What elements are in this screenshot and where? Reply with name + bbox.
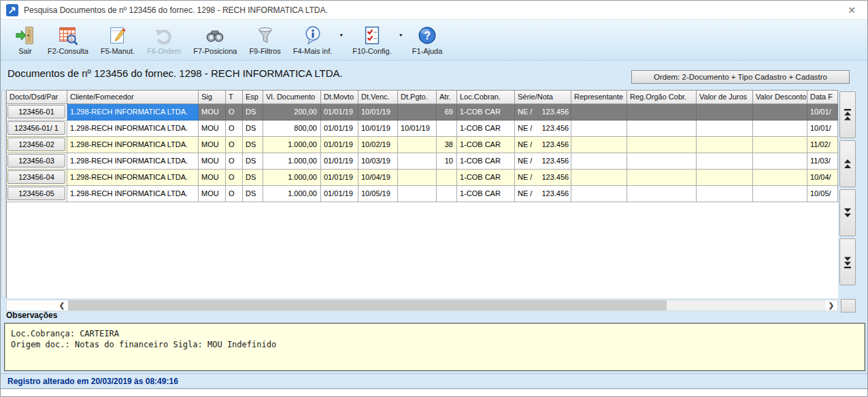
order-button[interactable]: Ordem: 2-Documento + Tipo Cadastro + Cad… — [631, 70, 850, 84]
cell-loc: 1-COB CAR — [457, 137, 515, 153]
row-header-cell[interactable]: 123456-01/ 1 — [7, 121, 67, 137]
cell-representante — [571, 104, 627, 121]
row-header-cell[interactable]: 123456-03 — [7, 153, 67, 170]
cell-atr: 38 — [437, 137, 457, 153]
column-header[interactable]: Valor Desconto — [753, 91, 807, 104]
column-header[interactable]: Data F — [807, 91, 838, 104]
cell-atr: 69 — [437, 104, 457, 121]
horizontal-scrollbar[interactable]: ❮ ❯ — [6, 300, 838, 311]
toolbar-sair-button[interactable]: Sair — [9, 23, 41, 57]
scroll-left-icon[interactable]: ❮ — [56, 300, 68, 311]
cell-pgto — [398, 186, 437, 202]
cell-reg — [627, 186, 697, 202]
scroll-right-icon[interactable]: ❯ — [825, 300, 837, 311]
column-header[interactable]: Série/Nota — [515, 91, 571, 104]
toolbar-f1-ajuda-button[interactable]: ?F1-Ajuda — [406, 23, 449, 57]
cell-vl: 1.000,00 — [263, 170, 321, 186]
cell-pgto: 10/01/19 — [398, 121, 437, 137]
go-first-button[interactable] — [839, 91, 856, 138]
table-header-row: Docto/Dsd/ParCliente/FornecedorSigTEspVl… — [7, 91, 838, 104]
column-header[interactable]: Vl. Documento — [263, 91, 321, 104]
toolbar-f5-manut-label: F5-Manut. — [101, 47, 135, 55]
go-last-button[interactable] — [839, 238, 856, 285]
cell-cliente: 1.298-RECH INFORMATICA LTDA. — [67, 153, 199, 170]
column-header[interactable]: Dt.Pgto. — [398, 91, 437, 104]
cell-t: O — [226, 153, 243, 170]
cell-desconto — [753, 153, 807, 170]
column-header[interactable]: Esp — [243, 91, 263, 104]
toolbar-f9-filtros-button[interactable]: F9-Filtros — [243, 23, 286, 57]
cell-cliente: 1.298-RECH INFORMATICA LTDA. — [67, 170, 199, 186]
column-header[interactable]: Dt.Venc. — [358, 91, 398, 104]
cell-loc: 1-COB CAR — [457, 121, 515, 137]
cell-esp: DS — [243, 153, 263, 170]
page-up-button[interactable] — [839, 140, 856, 187]
toolbar-f7-posiciona-button[interactable]: F7-Posiciona — [187, 23, 243, 57]
column-header[interactable]: T — [226, 91, 243, 104]
cell-venc: 10/04/19 — [358, 170, 398, 186]
cell-movto: 01/01/19 — [321, 137, 358, 153]
toolbar: SairF2-ConsultaF5-Manut.F6-OrdemF7-Posic… — [1, 20, 867, 61]
table-row[interactable]: 123456-011.298-RECH INFORMATICA LTDA.MOU… — [7, 104, 838, 121]
close-icon[interactable]: ✕ — [841, 5, 862, 16]
cell-t: O — [226, 137, 243, 153]
hscroll-thumb[interactable] — [68, 300, 667, 311]
cell-dataf: 10/05/ — [807, 186, 838, 202]
f4-mais-inf-dropdown-arrow-icon[interactable]: ▼ — [339, 33, 344, 37]
toolbar-f4-mais-inf-button[interactable]: F4-Mais inf. — [287, 23, 338, 57]
column-header[interactable]: Sig — [199, 91, 226, 104]
table-row[interactable]: 123456-041.298-RECH INFORMATICA LTDA.MOU… — [7, 170, 838, 186]
cell-venc: 10/03/19 — [358, 153, 398, 170]
column-header[interactable]: Valor de Juros — [697, 91, 753, 104]
cell-reg — [627, 153, 697, 170]
observacoes-line: Loc.Cobrança: CARTEIRA — [11, 328, 858, 339]
cell-sig: MOU — [199, 137, 226, 153]
cell-movto: 01/01/19 — [321, 186, 358, 202]
cell-desconto — [753, 104, 807, 121]
binoculars-icon — [205, 25, 225, 46]
exit-door-icon — [15, 25, 35, 46]
observacoes-textarea[interactable]: Loc.Cobrança: CARTEIRA Origem doc.: Nota… — [4, 323, 865, 371]
table-row[interactable]: 123456-01/ 11.298-RECH INFORMATICA LTDA.… — [7, 121, 838, 137]
column-header[interactable]: Atr. — [437, 91, 457, 104]
docto-label: 123456-01 — [7, 105, 65, 118]
row-header-cell[interactable]: 123456-05 — [7, 186, 67, 202]
f10-config-dropdown-arrow-icon[interactable]: ▼ — [399, 33, 403, 37]
docto-label: 123456-03 — [7, 154, 65, 168]
table-row[interactable]: 123456-021.298-RECH INFORMATICA LTDA.MOU… — [7, 137, 838, 153]
cell-desconto — [753, 137, 807, 153]
grid-nav-column — [839, 91, 856, 285]
toolbar-f2-consulta-button[interactable]: F2-Consulta — [41, 23, 95, 57]
toolbar-f10-config-label: F10-Config. — [352, 47, 391, 55]
cell-pgto — [398, 170, 437, 186]
cell-juros — [697, 121, 753, 137]
column-header[interactable]: Representante — [571, 91, 627, 104]
toolbar-f5-manut-button[interactable]: F5-Manut. — [95, 23, 141, 57]
row-header-cell[interactable]: 123456-01 — [7, 104, 67, 121]
row-header-cell[interactable]: 123456-04 — [7, 170, 67, 186]
column-header[interactable]: Loc.Cobran. — [457, 91, 515, 104]
hscroll-corner-button[interactable] — [841, 299, 856, 313]
page-down-button[interactable] — [839, 189, 856, 236]
column-header[interactable]: Dt.Movto — [321, 91, 358, 104]
cell-desconto — [753, 121, 807, 137]
toolbar-f10-config-button[interactable]: F10-Config. — [346, 23, 397, 57]
cell-atr — [437, 121, 457, 137]
row-header-cell[interactable]: 123456-02 — [7, 137, 67, 153]
toolbar-f6-ordem-button: F6-Ordem — [141, 23, 187, 57]
cell-esp: DS — [243, 186, 263, 202]
cell-representante — [571, 186, 627, 202]
table-row[interactable]: 123456-051.298-RECH INFORMATICA LTDA.MOU… — [7, 186, 838, 202]
cell-serie: NE /123.456 — [515, 186, 571, 202]
cell-sig: MOU — [199, 170, 226, 186]
column-header[interactable]: Docto/Dsd/Par — [7, 91, 67, 104]
hscroll-track[interactable] — [667, 300, 825, 311]
column-header[interactable]: Cliente/Fornecedor — [67, 91, 199, 104]
table-row[interactable]: 123456-031.298-RECH INFORMATICA LTDA.MOU… — [7, 153, 838, 170]
cell-t: O — [226, 121, 243, 137]
cell-cliente: 1.298-RECH INFORMATICA LTDA. — [67, 121, 199, 137]
column-header[interactable]: Reg.Orgão Cobr. — [627, 91, 697, 104]
cell-loc: 1-COB CAR — [457, 153, 515, 170]
cell-t: O — [226, 104, 243, 121]
info-icon — [303, 25, 323, 46]
